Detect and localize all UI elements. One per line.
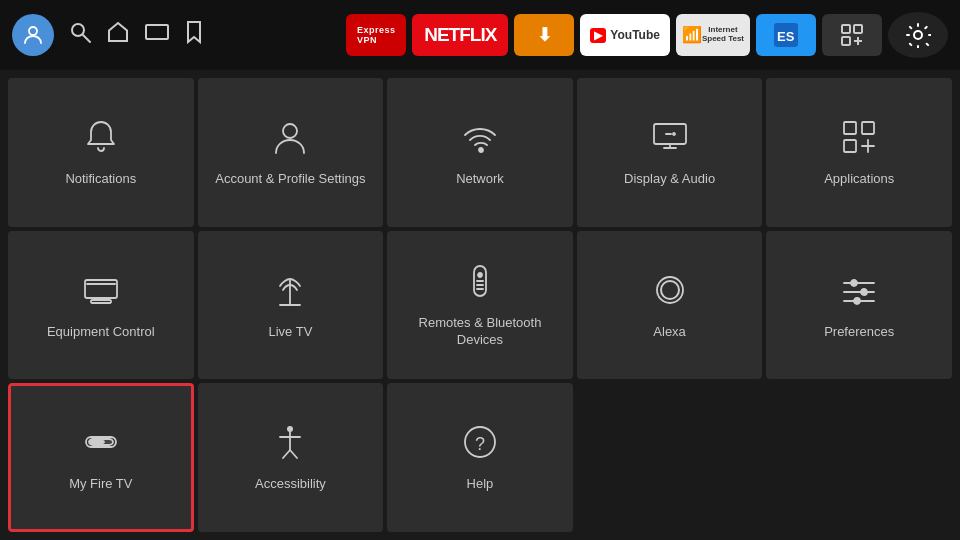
top-nav: ExpressVPN NETFLIX ⬇ ▶ YouTube 📶 Interne…: [0, 0, 960, 70]
tile-accessibility-label: Accessibility: [255, 476, 326, 493]
svg-point-14: [479, 148, 483, 152]
tile-my-fire-tv[interactable]: My Fire TV: [8, 383, 194, 532]
tile-accessibility[interactable]: Accessibility: [198, 383, 384, 532]
tile-alexa-label: Alexa: [653, 324, 686, 341]
svg-line-2: [83, 35, 90, 42]
avatar-icon[interactable]: [12, 14, 54, 56]
settings-gear-icon[interactable]: [888, 12, 948, 58]
remote-icon: [460, 261, 500, 305]
wifi-icon: [460, 117, 500, 161]
display-icon: [650, 117, 690, 161]
expressvpn-chip[interactable]: ExpressVPN: [346, 14, 406, 56]
svg-point-13: [283, 124, 297, 138]
tile-my-fire-tv-label: My Fire TV: [69, 476, 132, 493]
tile-equipment-label: Equipment Control: [47, 324, 155, 341]
svg-point-1: [72, 24, 84, 36]
tile-network-label: Network: [456, 171, 504, 188]
netflix-chip[interactable]: NETFLIX: [412, 14, 508, 56]
tile-equipment-control[interactable]: Equipment Control: [8, 231, 194, 380]
svg-rect-8: [854, 25, 862, 33]
tile-applications[interactable]: Applications: [766, 78, 952, 227]
empty-cell-1: [577, 383, 763, 532]
svg-point-12: [914, 31, 922, 39]
person-icon: [270, 117, 310, 161]
empty-cell-2: [766, 383, 952, 532]
apps-icon: [839, 117, 879, 161]
tile-live-tv-label: Live TV: [268, 324, 312, 341]
accessibility-icon: [270, 422, 310, 466]
firetv-icon: [81, 422, 121, 466]
tile-display-audio[interactable]: Display & Audio: [577, 78, 763, 227]
nav-left: [12, 14, 204, 56]
help-icon: ?: [460, 422, 500, 466]
tile-account-profile[interactable]: Account & Profile Settings: [198, 78, 384, 227]
svg-rect-9: [842, 37, 850, 45]
svg-point-39: [854, 298, 860, 304]
tile-preferences-label: Preferences: [824, 324, 894, 341]
svg-rect-17: [844, 122, 856, 134]
tile-help-label: Help: [467, 476, 494, 493]
svg-rect-18: [862, 122, 874, 134]
svg-point-28: [478, 273, 482, 277]
tile-applications-label: Applications: [824, 171, 894, 188]
tile-help[interactable]: ? Help: [387, 383, 573, 532]
svg-point-37: [861, 289, 867, 295]
tile-display-label: Display & Audio: [624, 171, 715, 188]
tile-alexa[interactable]: Alexa: [577, 231, 763, 380]
svg-point-35: [851, 280, 857, 286]
home-icon[interactable]: [106, 20, 130, 50]
add-app-chip[interactable]: [822, 14, 882, 56]
search-icon[interactable]: [68, 20, 92, 50]
tile-account-label: Account & Profile Settings: [215, 171, 365, 188]
downloader-chip[interactable]: ⬇: [514, 14, 574, 56]
tile-network[interactable]: Network: [387, 78, 573, 227]
tile-preferences[interactable]: Preferences: [766, 231, 952, 380]
tile-notifications[interactable]: Notifications: [8, 78, 194, 227]
svg-point-33: [661, 281, 679, 299]
svg-text:ES: ES: [777, 29, 795, 44]
bookmark-icon[interactable]: [184, 20, 204, 50]
monitor-icon: [81, 270, 121, 314]
alexa-icon: [650, 270, 690, 314]
tile-live-tv[interactable]: Live TV: [198, 231, 384, 380]
svg-line-46: [283, 450, 290, 458]
svg-point-16: [673, 133, 675, 135]
bell-icon: [81, 117, 121, 161]
tile-remotes-label: Remotes & Bluetooth Devices: [397, 315, 563, 349]
tv-icon[interactable]: [144, 20, 170, 50]
svg-text:?: ?: [475, 434, 485, 454]
svg-point-0: [29, 27, 37, 35]
svg-rect-7: [842, 25, 850, 33]
svg-rect-23: [91, 300, 111, 303]
sliders-icon: [839, 270, 879, 314]
speedtest-chip[interactable]: 📶 InternetSpeed Test: [676, 14, 750, 56]
tile-notifications-label: Notifications: [65, 171, 136, 188]
svg-rect-42: [90, 441, 104, 443]
settings-grid: Notifications Account & Profile Settings…: [0, 70, 960, 540]
app-bar: ExpressVPN NETFLIX ⬇ ▶ YouTube 📶 Interne…: [346, 12, 948, 58]
svg-rect-22: [85, 280, 117, 298]
youtube-chip[interactable]: ▶ YouTube: [580, 14, 670, 56]
svg-rect-19: [844, 140, 856, 152]
svg-line-47: [290, 450, 297, 458]
tile-remotes-bluetooth[interactable]: Remotes & Bluetooth Devices: [387, 231, 573, 380]
svg-rect-3: [146, 25, 168, 39]
es-chip[interactable]: ES: [756, 14, 816, 56]
antenna-icon: [270, 270, 310, 314]
